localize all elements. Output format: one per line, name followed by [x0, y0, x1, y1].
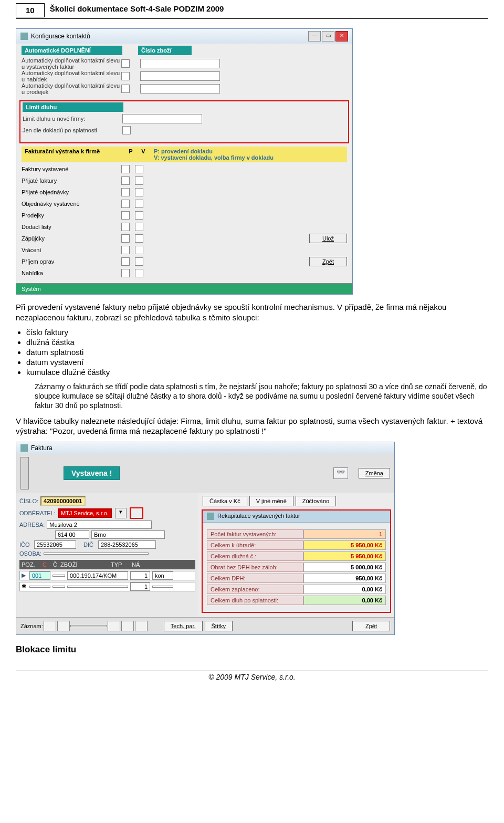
checkbox[interactable] — [121, 59, 130, 68]
minimize-button[interactable]: — — [308, 31, 321, 41]
ico-input[interactable]: 25532065 — [34, 540, 76, 549]
invoice-number[interactable]: 420900000001 — [40, 496, 85, 506]
item-poz[interactable]: 001 — [29, 571, 50, 580]
new-row-icon[interactable]: ✱ — [20, 583, 27, 590]
checkbox[interactable] — [121, 269, 130, 277]
checkbox[interactable] — [121, 72, 130, 80]
dic-input[interactable]: 288-25532065 — [98, 540, 156, 549]
item-qty[interactable]: 1 — [130, 571, 150, 580]
nav-first-icon[interactable] — [44, 621, 56, 631]
recap-label: Celkem DPH: — [207, 574, 303, 583]
text-input[interactable] — [140, 71, 220, 81]
check-label: Prodejky — [22, 212, 121, 218]
bullet-list: číslo faktury dlužná částka datum splatn… — [26, 328, 488, 377]
tab-mena[interactable]: V jiné měně — [249, 496, 293, 506]
tab-castka[interactable]: Částka v Kč — [203, 496, 247, 506]
window-title: Konfigurace kontaktů — [31, 33, 90, 40]
close-button[interactable]: ✕ — [335, 31, 348, 41]
tab-zuct[interactable]: Zúčtováno — [296, 496, 336, 506]
customer-name[interactable]: MTJ Service, s.r.o. — [58, 508, 112, 518]
item-c[interactable] — [52, 586, 65, 588]
nav-next-icon[interactable] — [108, 621, 120, 631]
checkbox[interactable] — [135, 234, 143, 243]
lookup-icon[interactable]: ▾ — [115, 508, 127, 518]
change-button[interactable]: Změna — [359, 468, 390, 478]
page-footer: © 2009 MTJ Service, s.r.o. — [16, 671, 488, 681]
check-label: Příjem oprav — [22, 258, 121, 265]
checkbox[interactable] — [122, 126, 131, 134]
back-button[interactable]: Zpět — [309, 257, 347, 266]
binoculars-icon[interactable]: 👓 — [333, 467, 348, 479]
checkbox[interactable] — [121, 176, 130, 185]
section-auto-header: Automatické DOPLNĚNÍ — [22, 46, 122, 55]
check-label: Faktury vystavené — [22, 166, 121, 172]
item-code[interactable] — [67, 586, 128, 588]
recap-label: Celkem zaplaceno: — [207, 585, 303, 594]
label-osoba: OSOBA: — [19, 550, 41, 557]
checkbox[interactable] — [121, 200, 130, 208]
paragraph-1: Při provedení vystavené faktury nebo při… — [16, 302, 488, 322]
checkbox[interactable] — [121, 188, 130, 196]
checkbox[interactable] — [121, 211, 130, 220]
record-number[interactable] — [70, 625, 107, 627]
text-input[interactable] — [122, 114, 202, 123]
sidebar-handle[interactable] — [20, 457, 29, 489]
check-label: Přijaté faktury — [22, 178, 121, 184]
person-input[interactable] — [44, 553, 149, 555]
recap-label: Celkem dlužná č.: — [207, 551, 303, 561]
row-marker-icon[interactable]: ▶ — [20, 572, 27, 579]
label-dic: DIČ — [83, 541, 96, 548]
page-number: 10 — [16, 3, 45, 17]
check-label: Objednávky vystavené — [22, 201, 121, 207]
nav-prev-icon[interactable] — [57, 621, 70, 631]
checkbox[interactable] — [135, 246, 143, 254]
checkbox[interactable] — [135, 211, 143, 220]
section-heading: Blokace limitu — [16, 644, 488, 655]
checkbox[interactable] — [135, 269, 143, 277]
label-cislo: ČÍSLO: — [19, 498, 38, 504]
checkbox[interactable] — [135, 176, 143, 185]
checkbox[interactable] — [135, 200, 143, 208]
checkbox[interactable] — [135, 223, 143, 231]
item-code[interactable]: 000.190.174/KOM — [67, 571, 128, 580]
auto-label-1: Automaticky doplňovat kontaktní slevu u … — [22, 70, 121, 82]
checkbox[interactable] — [121, 246, 130, 254]
record-label: Záznam: — [20, 623, 43, 629]
text-input[interactable] — [140, 59, 220, 68]
zip-input[interactable]: 614 00 — [55, 530, 89, 539]
checkbox[interactable] — [135, 257, 143, 266]
checkbox[interactable] — [135, 188, 143, 196]
checkbox[interactable] — [135, 165, 143, 173]
check-label: Přijaté objednávky — [22, 189, 121, 195]
nav-last-icon[interactable] — [121, 621, 134, 631]
item-na[interactable]: kon — [152, 571, 173, 580]
recap-value: 0,00 Kč — [303, 585, 386, 594]
checkbox[interactable] — [121, 223, 130, 231]
item-poz[interactable] — [29, 586, 50, 588]
nav-new-icon[interactable] — [135, 621, 148, 631]
checkbox[interactable] — [121, 85, 130, 93]
labels-button[interactable]: Štítky — [205, 621, 233, 631]
save-button[interactable]: Ulož — [309, 234, 347, 243]
checkbox[interactable] — [121, 165, 130, 173]
tech-par-button[interactable]: Tech. par. — [164, 621, 203, 631]
app-icon — [20, 444, 28, 452]
item-na[interactable] — [152, 586, 173, 588]
customer-card-icon[interactable] — [130, 507, 143, 519]
maximize-button[interactable]: ▭ — [322, 31, 334, 41]
doc-title: Školící dokumentace Soft-4-Sale PODZIM 2… — [50, 3, 224, 13]
label-odb: ODBĚRATEL: — [19, 510, 56, 516]
item-c[interactable] — [52, 575, 65, 577]
item-qty[interactable]: 1 — [130, 582, 150, 591]
recap-label: Celkem k úhradě: — [207, 540, 303, 550]
text-input[interactable] — [140, 84, 220, 93]
back-button[interactable]: Zpět — [352, 621, 390, 631]
checkbox[interactable] — [121, 257, 130, 266]
address-input[interactable]: Musilova 2 — [47, 520, 152, 529]
check-label: Zápůjčky — [22, 235, 121, 242]
invoice-window: Faktura Vystavena ! 👓 Změna ČÍSLO:420900… — [16, 442, 395, 635]
checkbox[interactable] — [121, 234, 130, 243]
city-input[interactable]: Brno — [91, 530, 165, 539]
recap-titlebar: Rekapitulace vystavených faktur — [203, 511, 390, 523]
system-bar[interactable]: Systém — [16, 283, 352, 294]
